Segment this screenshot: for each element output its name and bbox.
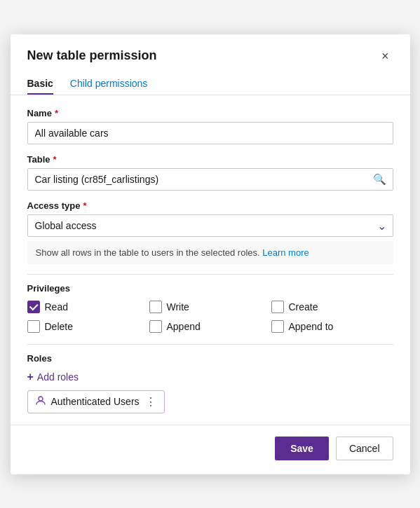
access-type-label: Access type * xyxy=(27,200,393,211)
table-input-wrapper: 🔍 xyxy=(27,168,393,191)
add-roles-button[interactable]: + Add roles xyxy=(27,371,79,383)
roles-divider xyxy=(27,344,393,345)
privilege-delete[interactable]: Delete xyxy=(27,320,149,333)
privilege-write-checkbox[interactable] xyxy=(149,301,162,313)
access-type-select-wrapper: Global access Owner access Parent access… xyxy=(27,214,393,237)
privilege-delete-checkbox[interactable] xyxy=(27,320,40,333)
learn-more-link[interactable]: Learn more xyxy=(262,247,309,258)
svg-point-0 xyxy=(39,397,43,401)
new-table-permission-dialog: New table permission × Basic Child permi… xyxy=(11,34,410,474)
name-field-group: Name * xyxy=(27,108,393,144)
privilege-delete-label: Delete xyxy=(45,321,73,332)
access-type-required-indicator: * xyxy=(83,200,86,211)
privilege-append[interactable]: Append xyxy=(149,320,271,333)
role-tag-menu-icon[interactable]: ⋮ xyxy=(145,395,157,409)
name-required-indicator: * xyxy=(55,108,58,118)
privilege-read[interactable]: Read xyxy=(27,301,149,313)
dialog-body: Name * Table * 🔍 Access type * Global xyxy=(11,95,410,420)
name-input[interactable] xyxy=(27,122,393,144)
table-required-indicator: * xyxy=(53,154,57,165)
roles-section: Roles + Add roles Authenticated Users ⋮ xyxy=(27,353,393,413)
add-roles-plus-icon: + xyxy=(27,371,34,383)
table-input[interactable] xyxy=(27,168,393,191)
access-type-select[interactable]: Global access Owner access Parent access xyxy=(27,214,393,237)
save-button[interactable]: Save xyxy=(275,437,329,460)
privilege-write[interactable]: Write xyxy=(149,301,271,313)
privilege-append-label: Append xyxy=(167,321,201,332)
tab-basic[interactable]: Basic xyxy=(27,74,53,95)
privilege-append-to[interactable]: Append to xyxy=(271,320,393,333)
privileges-divider xyxy=(27,274,393,275)
dialog-header: New table permission × xyxy=(11,34,410,64)
role-tag-label: Authenticated Users xyxy=(51,396,140,407)
privilege-read-label: Read xyxy=(45,301,68,313)
dialog-title: New table permission xyxy=(27,48,157,63)
name-label: Name * xyxy=(27,108,393,118)
role-user-icon xyxy=(35,395,46,409)
table-field-group: Table * 🔍 xyxy=(27,154,393,191)
add-roles-label: Add roles xyxy=(37,371,79,383)
privilege-write-label: Write xyxy=(167,301,189,313)
privileges-group: Privileges Read Write Create Delete xyxy=(27,283,393,333)
privilege-read-checkbox[interactable] xyxy=(27,301,40,313)
access-type-field-group: Access type * Global access Owner access… xyxy=(27,200,393,264)
privilege-append-to-checkbox[interactable] xyxy=(271,320,284,333)
tab-child-permissions[interactable]: Child permissions xyxy=(70,74,147,95)
tab-bar: Basic Child permissions xyxy=(11,64,410,95)
privilege-create-label: Create xyxy=(289,301,318,313)
dialog-footer: Save Cancel xyxy=(11,425,410,474)
privilege-append-checkbox[interactable] xyxy=(149,320,162,333)
privileges-label: Privileges xyxy=(27,283,393,294)
privileges-grid: Read Write Create Delete Append xyxy=(27,301,393,333)
table-label: Table * xyxy=(27,154,393,165)
roles-label: Roles xyxy=(27,353,393,364)
cancel-button[interactable]: Cancel xyxy=(336,437,393,460)
close-button[interactable]: × xyxy=(377,48,393,64)
role-tag-authenticated: Authenticated Users ⋮ xyxy=(27,390,165,413)
privilege-create[interactable]: Create xyxy=(271,301,393,313)
access-type-info-box: Show all rows in the table to users in t… xyxy=(27,241,393,264)
privilege-append-to-label: Append to xyxy=(289,321,334,332)
privilege-create-checkbox[interactable] xyxy=(271,301,284,313)
